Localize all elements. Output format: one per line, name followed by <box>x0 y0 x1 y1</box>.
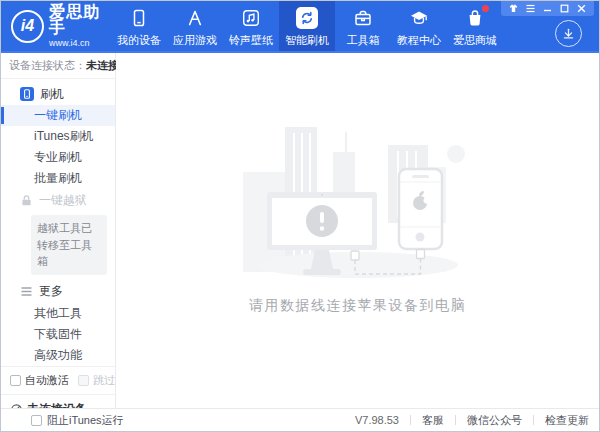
main-content: 请用数据线连接苹果设备到电脑 <box>116 53 599 408</box>
store-badge <box>482 5 489 12</box>
window-controls <box>501 1 594 16</box>
phone-icon <box>129 7 149 29</box>
sidebar-item-one-click-flash[interactable]: 一键刷机 <box>1 105 115 126</box>
checkbox-icon[interactable] <box>78 375 89 386</box>
wechat-account-link[interactable]: 微信公众号 <box>467 413 522 428</box>
i4-logo-icon: i4 <box>11 10 44 43</box>
main-nav: 我的设备 应用游戏 铃 <box>111 1 503 51</box>
connection-status-label: 设备连接状态： <box>9 58 86 73</box>
toolbox-icon <box>353 7 373 29</box>
checkbox-icon[interactable] <box>31 415 42 426</box>
ringtone-icon <box>241 7 261 29</box>
header: i4 爱思助手 www.i4.cn 我的设备 <box>1 1 599 53</box>
checkbox-icon[interactable] <box>10 375 21 386</box>
tab-apps-games[interactable]: 应用游戏 <box>167 1 223 51</box>
sidebar-item-batch-flash[interactable]: 批量刷机 <box>1 168 115 189</box>
app-title: 爱思助手 <box>49 4 107 36</box>
sidebar-item-download-firmware[interactable]: 下载固件 <box>1 324 115 345</box>
check-update-link[interactable]: 检查更新 <box>545 413 589 428</box>
connection-status: 设备连接状态：未连接 <box>1 53 115 79</box>
download-arrow-icon <box>562 27 575 40</box>
appstore-icon <box>185 7 205 29</box>
jailbreak-moved-note: 越狱工具已转移至工具箱 <box>31 215 107 275</box>
block-itunes-checkbox[interactable]: 阻止iTunes运行 <box>31 413 124 428</box>
smart-flash-icon <box>296 7 318 29</box>
tab-store[interactable]: 爱思商城 <box>447 1 503 51</box>
minimize-icon[interactable] <box>543 4 552 13</box>
connect-device-message: 请用数据线连接苹果设备到电脑 <box>249 297 466 315</box>
sidebar-item-itunes-flash[interactable]: iTunes刷机 <box>1 126 115 147</box>
customer-service-link[interactable]: 客服 <box>422 413 444 428</box>
tab-smart-flash[interactable]: 智能刷机 <box>279 1 335 51</box>
download-button[interactable] <box>555 20 582 47</box>
version-text: V7.98.53 <box>355 414 399 426</box>
sidebar-item-advanced-features[interactable]: 高级功能 <box>1 345 115 366</box>
sidebar-group-flash[interactable]: 刷机 <box>1 83 115 105</box>
sidebar-group-jailbreak[interactable]: 一键越狱 <box>1 189 115 211</box>
tab-tutorials[interactable]: 教程中心 <box>391 1 447 51</box>
lock-icon <box>20 194 33 207</box>
app-url: www.i4.cn <box>49 39 107 48</box>
connection-status-value: 未连接 <box>86 58 119 73</box>
maximize-icon[interactable] <box>560 4 569 13</box>
sidebar: 设备连接状态：未连接 刷机 一键刷机 iTunes刷机 <box>1 53 116 408</box>
auto-activate-checkbox[interactable]: 自动激活 <box>10 373 69 388</box>
sidebar-item-pro-flash[interactable]: 专业刷机 <box>1 147 115 168</box>
tutorial-icon <box>409 7 429 29</box>
status-bar: 阻止iTunes运行 V7.98.53 客服 微信公众号 检查更新 <box>1 408 599 431</box>
tab-toolbox[interactable]: 工具箱 <box>335 1 391 51</box>
app-window: i4 爱思助手 www.i4.cn 我的设备 <box>0 0 600 432</box>
tab-ringtones-wallpapers[interactable]: 铃声壁纸 <box>223 1 279 51</box>
tab-my-devices[interactable]: 我的设备 <box>111 1 167 51</box>
flash-device-icon <box>20 87 34 101</box>
app-logo[interactable]: i4 爱思助手 www.i4.cn <box>1 1 107 51</box>
close-icon[interactable] <box>577 4 586 13</box>
connect-device-illustration <box>118 127 598 287</box>
store-bag-icon <box>465 7 485 29</box>
menu-list-icon[interactable] <box>526 4 535 13</box>
menu-lines-icon <box>20 285 33 298</box>
sidebar-group-more[interactable]: 更多 <box>1 281 115 303</box>
skin-icon[interactable] <box>509 4 518 13</box>
sidebar-item-other-tools[interactable]: 其他工具 <box>1 303 115 324</box>
